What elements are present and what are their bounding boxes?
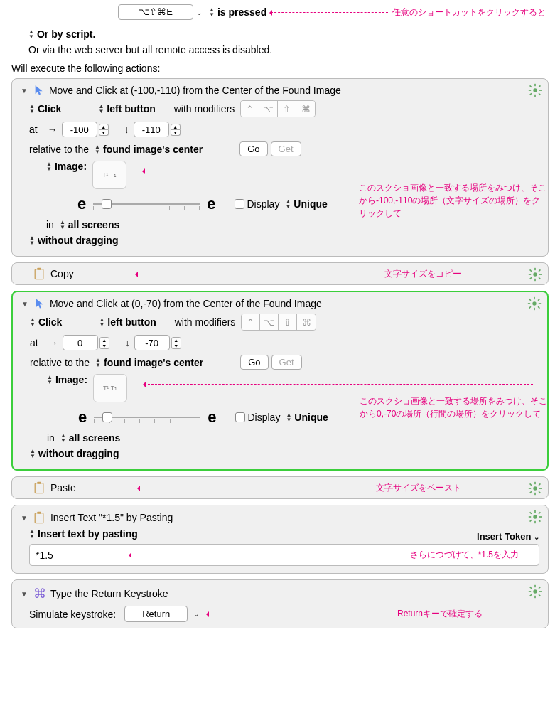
disclosure-triangle[interactable]: ▼ (21, 87, 28, 95)
fuzz-max-icon: e (207, 195, 215, 213)
option-key-icon[interactable]: ⌥ (260, 314, 279, 330)
updown-icon[interactable] (29, 529, 35, 539)
control-key-icon[interactable]: ⌃ (241, 101, 259, 117)
fuzz-min-icon: e (78, 408, 87, 427)
fuzz-slider[interactable] (94, 411, 200, 424)
insert-method-select[interactable]: Insert text by pasting (38, 528, 138, 540)
unique-select[interactable]: Unique (294, 412, 328, 423)
updown-icon[interactable] (98, 104, 104, 114)
gear-icon[interactable] (527, 296, 542, 311)
updown-icon[interactable] (99, 317, 104, 327)
screens-select[interactable]: all screens (69, 432, 120, 444)
go-button[interactable]: Go (240, 355, 268, 370)
x-stepper[interactable]: ▲▼ (99, 124, 109, 136)
fuzz-min-icon: e (77, 195, 86, 213)
gear-icon[interactable] (528, 267, 542, 282)
arrow-right-icon: → (48, 337, 58, 348)
updown-icon[interactable] (285, 199, 291, 209)
x-stepper[interactable]: ▲▼ (99, 337, 109, 349)
action-move-click-1[interactable]: ▼ Move and Click at (-100,-110) from the… (11, 78, 549, 257)
fuzz-slider[interactable] (93, 198, 200, 210)
disclosure-triangle[interactable]: ▼ (21, 514, 28, 522)
relative-target-select[interactable]: found image's center (104, 357, 203, 368)
shift-key-icon[interactable]: ⇧ (279, 314, 297, 330)
action-move-click-2[interactable]: ▼ Move and Click at (0,-70) from the Cen… (11, 291, 549, 471)
x-offset-input[interactable] (62, 122, 97, 137)
action-title: Insert Text "*1.5" by Pasting (50, 512, 173, 523)
click-type-select[interactable]: Click (38, 316, 62, 328)
updown-icon[interactable] (60, 433, 66, 443)
annotation-img1: このスクショ画像と一致する場所をみつけ、そこから-100,-110の場所（文字サ… (359, 181, 548, 220)
y-stepper[interactable]: ▲▼ (171, 124, 181, 136)
updown-icon[interactable] (47, 375, 53, 385)
option-key-icon[interactable]: ⌥ (259, 101, 278, 117)
gear-icon[interactable] (528, 510, 542, 524)
click-type-select[interactable]: Click (38, 103, 61, 114)
display-checkbox[interactable] (235, 199, 244, 209)
action-insert-text[interactable]: ▼ Insert Text "*1.5" by Pasting Insert t… (11, 505, 549, 574)
updown-icon (28, 29, 34, 39)
updown-icon[interactable] (30, 317, 36, 327)
updown-icon[interactable] (30, 449, 36, 459)
get-button[interactable]: Get (271, 355, 302, 370)
dragging-select[interactable]: without dragging (38, 448, 119, 459)
action-type-return[interactable]: ▼ ⌘ Type the Return Keystroke Simulate k… (11, 579, 549, 628)
updown-icon[interactable] (95, 144, 100, 154)
command-key-icon[interactable]: ⌘ (297, 314, 316, 330)
mouse-button-select[interactable]: left button (107, 103, 155, 114)
action-title: Move and Click at (-100,-110) from the C… (49, 85, 341, 96)
get-button[interactable]: Get (271, 141, 301, 156)
clipboard-icon (33, 511, 45, 524)
shift-key-icon[interactable]: ⇧ (278, 101, 296, 117)
cursor-icon (33, 85, 45, 96)
arrow-down-icon: ↓ (124, 124, 129, 135)
updown-icon[interactable] (46, 161, 52, 171)
modifier-keys-group[interactable]: ⌃ ⌥ ⇧ ⌘ (241, 314, 316, 331)
at-label: at (30, 337, 38, 348)
updown-icon[interactable] (286, 412, 291, 422)
updown-icon[interactable] (29, 235, 35, 245)
command-key-icon[interactable]: ⌘ (296, 101, 315, 117)
updown-icon[interactable] (29, 104, 35, 114)
cursor-icon (34, 298, 45, 309)
chevron-down-icon[interactable]: ⌄ (190, 610, 202, 618)
image-well[interactable]: T¹ T₁ (93, 374, 127, 402)
chevron-down-icon[interactable]: ⌄ (193, 9, 205, 16)
screens-select[interactable]: all screens (68, 219, 119, 230)
updown-icon (209, 7, 215, 17)
disclosure-triangle[interactable]: ▼ (21, 300, 28, 308)
action-paste[interactable]: Paste 文字サイズをペースト (11, 476, 549, 499)
display-checkbox[interactable] (235, 412, 245, 422)
relative-to-label: relative to the (29, 144, 89, 155)
display-label: Display (248, 412, 281, 423)
updown-icon[interactable] (95, 358, 101, 368)
x-offset-input[interactable] (63, 335, 98, 350)
insert-token-button[interactable]: Insert Token ⌄ (477, 531, 539, 542)
relative-to-label: relative to the (30, 357, 90, 368)
dragging-select[interactable]: without dragging (38, 235, 119, 246)
image-well[interactable]: T¹ T₁ (92, 161, 126, 189)
command-icon: ⌘ (33, 586, 46, 601)
annotation-img2: このスクショ画像と一致する場所をみつけ、そこから0,-70の場所（行間の場所）を… (360, 395, 547, 420)
shortcut-field[interactable]: ⌥⇧⌘E (118, 4, 193, 20)
control-key-icon[interactable]: ⌃ (242, 314, 260, 330)
action-copy[interactable]: Copy 文字サイズをコピー (11, 262, 549, 285)
y-offset-input[interactable] (134, 335, 170, 350)
annotation-insert: さらにつづけて、*1.5を入力 (410, 549, 519, 561)
gear-icon[interactable] (528, 83, 542, 97)
updown-icon[interactable] (60, 220, 65, 230)
mouse-button-select[interactable]: left button (107, 316, 156, 328)
y-offset-input[interactable] (134, 122, 169, 137)
image-label: Image: (55, 374, 87, 385)
gear-icon[interactable] (528, 481, 542, 496)
keystroke-select[interactable]: Return (124, 606, 188, 622)
fuzz-max-icon: e (208, 408, 216, 427)
gear-icon[interactable] (528, 584, 542, 599)
go-button[interactable]: Go (239, 141, 267, 156)
y-stepper[interactable]: ▲▼ (171, 337, 181, 349)
modifier-keys-group[interactable]: ⌃ ⌥ ⇧ ⌘ (240, 100, 316, 117)
disclosure-triangle[interactable]: ▼ (21, 590, 28, 598)
relative-target-select[interactable]: found image's center (103, 144, 203, 155)
unique-select[interactable]: Unique (294, 198, 327, 210)
insert-text-input[interactable]: *1.5 さらにつづけて、*1.5を入力 (29, 544, 539, 566)
